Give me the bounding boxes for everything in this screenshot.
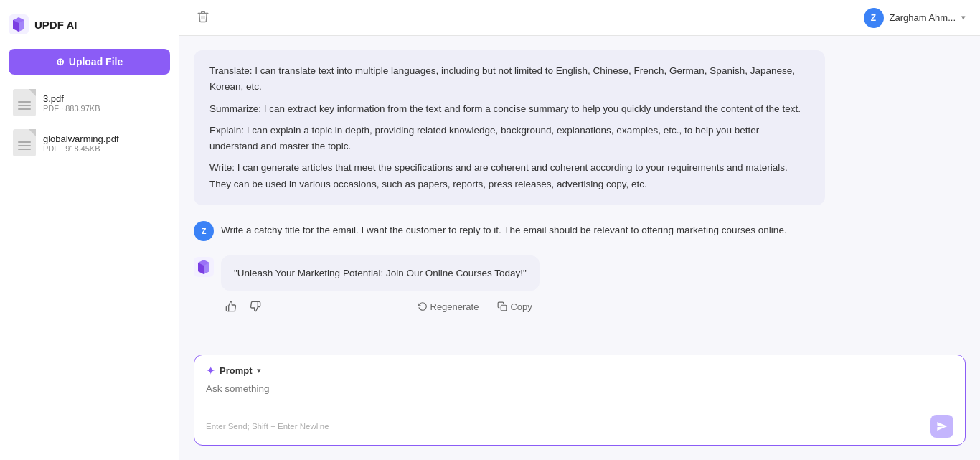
avatar: Z (864, 8, 884, 28)
ai-response-content: "Unleash Your Marketing Potential: Join … (221, 255, 540, 316)
file-list: 3.pdf PDF · 883.97KB globalwarming.pdf P… (9, 83, 170, 162)
chat-messages: Translate: I can translate text into mul… (179, 36, 980, 346)
ai-logo-icon (194, 257, 214, 277)
sparkle-icon: ✦ (206, 364, 215, 377)
copy-button[interactable]: Copy (490, 299, 539, 315)
dislike-button[interactable] (245, 298, 265, 315)
thumbs-up-icon (225, 301, 237, 312)
file-icon (13, 129, 36, 156)
intro-paragraph-translate: Translate: I can translate text into mul… (209, 63, 809, 95)
prompt-dropdown-icon[interactable]: ▾ (257, 366, 261, 375)
regenerate-icon (418, 301, 428, 311)
regenerate-label: Regenerate (430, 301, 479, 312)
app-logo: UPDF AI (9, 11, 170, 40)
input-hint: Enter Send; Shift + Enter Newline (206, 422, 329, 431)
send-icon (936, 421, 948, 432)
user-profile[interactable]: Z Zargham Ahm... ▾ (864, 8, 966, 28)
user-name: Zargham Ahm... (890, 12, 956, 23)
thumbs-down-icon (250, 301, 261, 312)
file-item-3pdf[interactable]: 3.pdf PDF · 883.97KB (9, 83, 170, 122)
svg-rect-8 (501, 306, 507, 311)
app-title: UPDF AI (34, 19, 77, 31)
input-bottom-row: Enter Send; Shift + Enter Newline (206, 415, 953, 438)
input-area: ✦ Prompt ▾ Enter Send; Shift + Enter New… (179, 346, 980, 460)
ai-response-bubble: "Unleash Your Marketing Potential: Join … (221, 255, 540, 291)
like-button[interactable] (221, 298, 241, 315)
chevron-down-icon: ▾ (961, 13, 966, 22)
file-name: globalwarming.pdf (43, 133, 119, 144)
ai-response-actions: Regenerate Copy (221, 298, 540, 315)
user-avatar-small: Z (194, 221, 214, 241)
chat-header: Z Zargham Ahm... ▾ (179, 0, 980, 36)
user-message-row: Z Write a catchy title for the email. I … (194, 220, 966, 241)
main-chat: Z Zargham Ahm... ▾ Translate: I can tran… (179, 0, 980, 460)
intro-paragraph-write: Write: I can generate articles that meet… (209, 160, 809, 192)
ai-response-text: "Unleash Your Marketing Potential: Join … (234, 268, 527, 278)
upload-icon: ⊕ (56, 56, 65, 67)
file-meta: PDF · 918.45KB (43, 144, 119, 153)
ai-intro-message: Translate: I can translate text into mul… (194, 50, 825, 205)
upload-file-button[interactable]: ⊕ Upload File (9, 49, 170, 75)
ai-response-row: "Unleash Your Marketing Potential: Join … (194, 255, 966, 316)
copy-icon (497, 301, 507, 311)
prompt-label[interactable]: Prompt (220, 365, 253, 376)
file-icon (13, 89, 36, 116)
file-item-globalwarming[interactable]: globalwarming.pdf PDF · 918.45KB (9, 123, 170, 162)
delete-chat-button[interactable] (194, 7, 212, 28)
copy-label: Copy (510, 301, 532, 312)
trash-icon (197, 10, 209, 23)
intro-paragraph-explain: Explain: I can explain a topic in depth,… (209, 123, 809, 155)
user-message-text: Write a catchy title for the email. I wa… (221, 220, 787, 238)
file-name: 3.pdf (43, 93, 100, 104)
updf-logo-icon (9, 14, 29, 34)
intro-paragraph-summarize: Summarize: I can extract key information… (209, 101, 809, 117)
chat-input[interactable] (206, 383, 953, 409)
file-meta: PDF · 883.97KB (43, 104, 100, 113)
regenerate-button[interactable]: Regenerate (410, 299, 486, 315)
input-box: ✦ Prompt ▾ Enter Send; Shift + Enter New… (194, 355, 966, 446)
sidebar: UPDF AI ⊕ Upload File 3.pdf PDF · 883.97… (0, 0, 179, 460)
input-top-row: ✦ Prompt ▾ (206, 364, 953, 377)
send-button[interactable] (930, 415, 953, 438)
